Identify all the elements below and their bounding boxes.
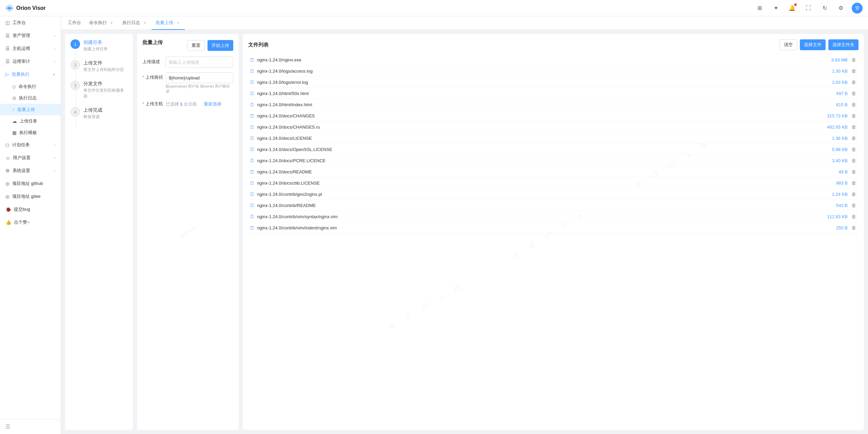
sidebar-item-scheduled-task[interactable]: ◻ 计划任务 › [0,138,61,151]
sidebar-sub-item-exec-log[interactable]: ⊙ 执行日志 [0,92,61,104]
file-delete-button[interactable]: 🗑 [850,57,857,62]
sidebar-sub-label: 命令执行 [19,83,36,90]
sidebar-item-batch-exec[interactable]: ▷ 批量执行 ∨ [0,68,61,81]
file-delete-button[interactable]: 🗑 [850,180,857,186]
settings-icon-btn[interactable]: ⚙ [835,3,846,14]
file-delete-button[interactable]: 🗑 [850,147,857,152]
step-desc-4: 释放资源 [83,114,102,120]
file-row: 🗋 nginx-1.24.0/logs/error.log 1.03 KB 🗑 [248,77,859,88]
sidebar-item-label: 提交bug [14,206,30,212]
host-ops-icon: ☰ [5,46,10,51]
file-delete-button[interactable]: 🗑 [850,135,857,141]
chevron-right-icon: › [54,156,55,160]
file-delete-button[interactable]: 🗑 [850,225,857,230]
reselect-host-button[interactable]: 重新选择 [200,99,225,110]
file-size: 1.30 KB [821,69,848,74]
file-row: 🗋 nginx-1.24.0/html/50x.html 497 B 🗑 [248,88,859,99]
select-folder-button[interactable]: 选择文件夹 [828,39,859,50]
file-size: 315.73 KB [821,113,848,118]
file-delete-button[interactable]: 🗑 [850,102,857,107]
upload-task-icon: ☁ [12,118,17,124]
file-delete-button[interactable]: 🗑 [850,79,857,85]
sidebar-item-ops-audit[interactable]: ☰ 运维审计 › [0,55,61,68]
file-name: nginx-1.24.0/docs/zlib.LICENSE [257,181,821,186]
host-selected-text: 已选择 1 台主机 [166,101,197,107]
sidebar-item-system-settings[interactable]: ⚙ 系统设置 › [0,164,61,177]
file-row: 🗋 nginx-1.24.0/contrib/README 543 B 🗑 [248,200,859,211]
github-icon: ◎ [5,181,9,186]
file-delete-button[interactable]: 🗑 [850,68,857,74]
file-icon: 🗋 [250,68,254,74]
tab-batch-upload[interactable]: 批量上传 × [152,16,185,30]
tab-close-command-exec[interactable]: × [109,20,114,25]
step-title-1: 创建任务 [83,39,108,45]
file-delete-button[interactable]: 🗑 [850,124,857,130]
file-delete-button[interactable]: 🗑 [850,113,857,118]
file-name: nginx-1.24.0/docs/PCRE.LICENCE [257,158,821,163]
sidebar-item-host-ops[interactable]: ☰ 主机运维 › [0,42,61,55]
desc-input[interactable] [165,57,233,68]
expand-icon-btn[interactable]: ⛶ [803,3,814,14]
sidebar-sub-label: 执行日志 [19,95,37,101]
sidebar-item-github[interactable]: ◎ 项目地址 github [0,177,61,190]
tab-exec-log[interactable]: 执行日志 × [118,16,152,30]
sidebar-sub-item-upload-task[interactable]: ☁ 上传任务 [0,115,61,127]
sidebar-item-like[interactable]: 👍 点个赞~ [0,216,61,229]
sidebar-item-label: 项目地址 github [12,181,43,187]
chevron-right-icon: › [54,34,55,38]
bell-icon-btn[interactable]: 🔔 [787,3,797,14]
sidebar-item-label: 资产管理 [13,33,30,39]
step-3: 3 分发文件 将文件分发到目标服务器 [71,81,127,99]
grid-icon-btn[interactable]: ⊞ [754,3,765,14]
tab-close-batch-upload[interactable]: × [175,20,181,25]
sidebar: ◫ 工作台 ☰ 资产管理 › ☰ 主机运维 › ☰ 运维审计 › [0,16,61,434]
file-list-title: 文件列表 [248,42,269,48]
desc-label: 上传描述 [142,57,163,65]
file-row: 🗋 nginx-1.24.0/nginx.exe 3.63 MB 🗑 [248,54,859,65]
file-delete-button[interactable]: 🗑 [850,214,857,219]
sun-icon-btn[interactable]: ✦ [770,3,781,14]
file-row: 🗋 nginx-1.24.0/logs/access.log 1.30 KB 🗑 [248,65,859,77]
avatar[interactable]: 管 [852,3,863,14]
asset-mgmt-icon: ☰ [5,33,10,38]
sidebar-item-gitee[interactable]: ◎ 项目地址 gitee [0,190,61,203]
step-desc-3: 将文件分发到目标服务器 [83,88,127,99]
command-exec-icon: ◇ [12,84,16,89]
file-name: nginx-1.24.0/html/50x.html [257,91,821,96]
file-size: 112.83 KB [821,214,848,219]
path-input[interactable] [166,72,233,83]
reset-button[interactable]: 重置 [187,40,205,51]
file-delete-button[interactable]: 🗑 [850,169,857,174]
chevron-right-icon: › [54,143,55,147]
file-name: nginx-1.24.0/docs/README [257,169,821,174]
gitee-icon: ◎ [5,194,9,199]
select-file-button[interactable]: 选择文件 [800,39,826,50]
tab-workbench[interactable]: 工作台 [64,16,85,30]
file-row: 🗋 nginx-1.24.0/docs/OpenSSL.LICENSE 5.98… [248,144,859,155]
refresh-icon-btn[interactable]: ↻ [819,3,830,14]
sidebar-sub-item-command-exec[interactable]: ◇ 命令执行 [0,81,61,92]
sidebar-sub-item-batch-upload[interactable]: ↑ 批量上传 [0,104,61,115]
file-row: 🗋 nginx-1.24.0/docs/CHANGES 315.73 KB 🗑 [248,110,859,121]
step-title-3: 分发文件 [83,81,127,87]
step-2: 2 上传文件 将文件上传到临时分区 [71,60,127,73]
clear-button[interactable]: 清空 [780,39,797,50]
tab-close-exec-log[interactable]: × [142,20,147,25]
sidebar-sub-item-exec-template[interactable]: ▦ 执行模板 [0,127,61,138]
sidebar-item-bug[interactable]: 🐞 提交bug [0,203,61,216]
file-delete-button[interactable]: 🗑 [850,158,857,163]
host-count: 1 [180,101,182,107]
file-delete-button[interactable]: 🗑 [850,203,857,208]
file-delete-button[interactable]: 🗑 [850,191,857,197]
steps-panel: 1 创建任务 创建上传任务 2 上传文件 将文件上传到临时分区 3 [65,34,133,430]
tab-command-exec[interactable]: 命令执行 × [85,16,118,30]
sidebar-collapse-btn[interactable]: ☰ [0,419,61,434]
sidebar-item-user-settings[interactable]: ☺ 用户设置 › [0,151,61,164]
sidebar-item-workbench[interactable]: ◫ 工作台 [0,16,61,29]
sidebar-item-asset-mgmt[interactable]: ☰ 资产管理 › [0,29,61,42]
step-number-4: 4 [71,107,80,117]
file-delete-button[interactable]: 🗑 [850,91,857,96]
step-4: 4 上传完成 释放资源 [71,107,127,120]
start-upload-button[interactable]: 开始上传 [208,40,233,51]
step-number-3: 3 [71,81,80,90]
